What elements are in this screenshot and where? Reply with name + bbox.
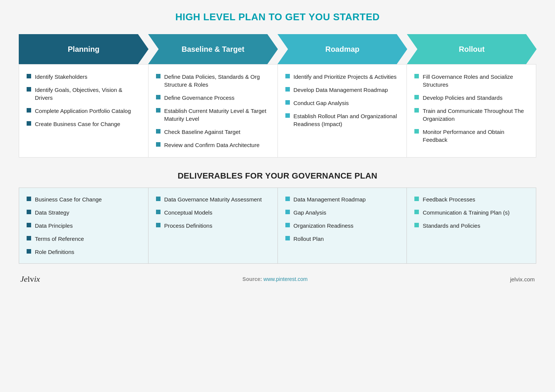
footer: Jelvix Source: www.pinterest.com jelvix.… [19, 274, 536, 284]
bullet-icon [156, 74, 160, 78]
list-item: Define Data Policies, Standards & Org St… [156, 73, 270, 89]
bullet-icon [414, 108, 419, 113]
list-item: Identify and Prioritize Projects & Activ… [285, 73, 399, 81]
planning-list: Identify Stakeholders Identify Goals, Ob… [27, 73, 141, 128]
bullet-icon [285, 236, 290, 240]
bullet-icon [27, 121, 31, 126]
content-columns: Identify Stakeholders Identify Goals, Ob… [19, 64, 536, 158]
del-planning-list: Business Case for Change Data Strategy D… [27, 195, 141, 256]
bullet-icon [285, 100, 290, 105]
col-roadmap: Identify and Prioritize Projects & Activ… [278, 65, 407, 157]
bullet-icon [27, 108, 31, 113]
bullet-icon [414, 95, 419, 99]
bullet-icon [156, 108, 160, 113]
list-item: Define Governance Process [156, 94, 270, 102]
list-item: Business Case for Change [27, 195, 141, 203]
bullet-icon [27, 74, 31, 78]
bullet-icon [285, 197, 290, 201]
del-baseline-list: Data Governance Maturity Assessment Conc… [156, 195, 270, 230]
list-item: Gap Analysis [285, 209, 399, 216]
col-rollout: Fill Governance Roles and Socialize Stru… [407, 65, 536, 157]
list-item: Data Principles [27, 222, 141, 230]
footer-source: Source: www.pinterest.com [243, 276, 308, 282]
arrow-row: Planning Baseline & Target Roadmap Rollo… [19, 34, 536, 64]
list-item: Process Definitions [156, 222, 270, 230]
list-item: Conduct Gap Analysis [285, 99, 399, 107]
list-item: Data Governance Maturity Assessment [156, 195, 270, 203]
bullet-icon [156, 95, 160, 99]
bullet-icon [285, 113, 290, 118]
list-item: Check Baseline Against Target [156, 128, 270, 136]
list-item: Review and Confirm Data Architecture [156, 141, 270, 149]
bullet-icon [27, 249, 31, 254]
list-item: Identify Goals, Objectives, Vision & Dri… [27, 86, 141, 102]
arrow-roadmap: Roadmap [278, 34, 407, 64]
list-item: Organization Readiness [285, 222, 399, 230]
list-item: Communication & Training Plan (s) [414, 209, 528, 216]
del-rollout-list: Feedback Processes Communication & Train… [414, 195, 528, 230]
bullet-icon [27, 236, 31, 240]
list-item: Data Strategy [27, 209, 141, 216]
page-title: HIGH LEVEL PLAN TO GET YOU STARTED [175, 11, 380, 23]
arrow-baseline: Baseline & Target [148, 34, 278, 64]
del-col-rollout: Feedback Processes Communication & Train… [407, 188, 536, 263]
list-item: Establish Rollout Plan and Organizationa… [285, 112, 399, 128]
baseline-list: Define Data Policies, Standards & Org St… [156, 73, 270, 149]
list-item: Conceptual Models [156, 209, 270, 216]
del-col-baseline: Data Governance Maturity Assessment Conc… [148, 188, 278, 263]
bullet-icon [414, 74, 419, 78]
list-item: Role Definitions [27, 248, 141, 256]
bullet-icon [414, 197, 419, 201]
bullet-icon [285, 74, 290, 78]
list-item: Train and Communicate Throughout The Org… [414, 107, 528, 123]
arrow-planning: Planning [19, 34, 148, 64]
bullet-icon [285, 223, 290, 227]
list-item: Complete Application Portfolio Catalog [27, 107, 141, 115]
del-col-planning: Business Case for Change Data Strategy D… [19, 188, 148, 263]
bullet-icon [285, 87, 290, 92]
list-item: Monitor Performance and Obtain Feedback [414, 128, 528, 144]
list-item: Rollout Plan [285, 235, 399, 243]
footer-site: jelvix.com [510, 276, 535, 282]
footer-source-link[interactable]: www.pinterest.com [264, 276, 308, 282]
bullet-icon [156, 210, 160, 214]
list-item: Fill Governance Roles and Socialize Stru… [414, 73, 528, 89]
bullet-icon [27, 223, 31, 227]
del-col-roadmap: Data Management Roadmap Gap Analysis Org… [278, 188, 407, 263]
col-planning: Identify Stakeholders Identify Goals, Ob… [19, 65, 148, 157]
list-item: Identify Stakeholders [27, 73, 141, 81]
bullet-icon [156, 142, 160, 147]
arrow-rollout: Rollout [407, 34, 537, 64]
list-item: Data Management Roadmap [285, 195, 399, 203]
list-item: Develop Policies and Standards [414, 94, 528, 102]
footer-logo: Jelvix [20, 274, 40, 284]
list-item: Develop Data Management Roadmap [285, 86, 399, 94]
bullet-icon [27, 210, 31, 214]
list-item: Create Business Case for Change [27, 120, 141, 128]
bullet-icon [27, 197, 31, 201]
bullet-icon [156, 223, 160, 227]
bullet-icon [414, 223, 419, 227]
list-item: Establish Current Maturity Level & Targe… [156, 107, 270, 123]
del-roadmap-list: Data Management Roadmap Gap Analysis Org… [285, 195, 399, 243]
bullet-icon [27, 87, 31, 92]
deliverables-row: Business Case for Change Data Strategy D… [19, 188, 536, 264]
bullet-icon [414, 210, 419, 214]
bullet-icon [414, 129, 419, 134]
bullet-icon [156, 129, 160, 134]
bullet-icon [285, 210, 290, 214]
rollout-list: Fill Governance Roles and Socialize Stru… [414, 73, 528, 144]
col-baseline: Define Data Policies, Standards & Org St… [148, 65, 278, 157]
list-item: Terms of Reference [27, 235, 141, 243]
bullet-icon [156, 197, 160, 201]
roadmap-list: Identify and Prioritize Projects & Activ… [285, 73, 399, 128]
list-item: Standards and Policies [414, 222, 528, 230]
list-item: Feedback Processes [414, 195, 528, 203]
deliverables-title: DELIVERABLES FOR YOUR GOVERNANCE PLAN [178, 171, 378, 181]
